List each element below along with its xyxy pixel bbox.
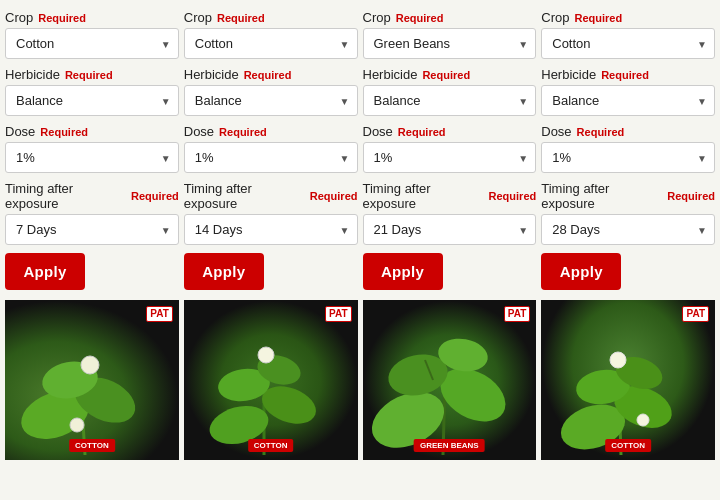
apply-button-2[interactable]: Apply bbox=[184, 253, 264, 290]
crop-select-wrapper-3: CottonGreen BeansSoybeanCorn bbox=[363, 28, 537, 59]
herbicide-text: Herbicide bbox=[5, 67, 60, 82]
herbicide-label-4: Herbicide Required bbox=[541, 67, 715, 82]
dose-select-2[interactable]: 0.5%1%2%5% bbox=[184, 142, 358, 173]
timing-select-4[interactable]: 7 Days14 Days21 Days28 Days bbox=[541, 214, 715, 245]
crop-label-2: Crop Required bbox=[184, 10, 358, 25]
timing-required-4: Required bbox=[667, 190, 715, 202]
timing-field-4: Timing after exposure Required 7 Days14 … bbox=[541, 181, 715, 245]
dose-select-wrapper-3: 0.5%1%2%5% bbox=[363, 142, 537, 173]
timing-select-3[interactable]: 7 Days14 Days21 Days28 Days bbox=[363, 214, 537, 245]
column-4: Crop Required CottonGreen BeansSoybeanCo… bbox=[541, 10, 715, 290]
dose-label-4: Dose Required bbox=[541, 124, 715, 139]
crop-required-4: Required bbox=[574, 12, 622, 24]
crop-required-2: Required bbox=[217, 12, 265, 24]
crop-text: Crop bbox=[5, 10, 33, 25]
dose-required-4: Required bbox=[577, 126, 625, 138]
plant-label-4: COTTON bbox=[605, 439, 651, 452]
crop-select-wrapper-1: CottonGreen BeansSoybeanCorn bbox=[5, 28, 179, 59]
herbicide-select-2[interactable]: BalanceRoundupAtrazine bbox=[184, 85, 358, 116]
herbicide-label-3: Herbicide Required bbox=[363, 67, 537, 82]
dose-required-1: Required bbox=[40, 126, 88, 138]
plant-label-2: COTTON bbox=[248, 439, 294, 452]
timing-label-3: Timing after exposure Required bbox=[363, 181, 537, 211]
timing-label-1: Timing after exposure Required bbox=[5, 181, 179, 211]
dose-field-4: Dose Required 0.5%1%2%5% bbox=[541, 124, 715, 173]
herbicide-text: Herbicide bbox=[184, 67, 239, 82]
pat-text-1: PAT bbox=[150, 308, 169, 320]
crop-label-4: Crop Required bbox=[541, 10, 715, 25]
plant-image-1: PAT COTTON bbox=[5, 300, 179, 460]
herbicide-select-4[interactable]: BalanceRoundupAtrazine bbox=[541, 85, 715, 116]
dose-select-4[interactable]: 0.5%1%2%5% bbox=[541, 142, 715, 173]
apply-button-4[interactable]: Apply bbox=[541, 253, 621, 290]
dose-text: Dose bbox=[363, 124, 393, 139]
plant-images: PAT COTTON PAT COTTON PAT GREEN BEANS bbox=[0, 300, 720, 470]
dose-text: Dose bbox=[541, 124, 571, 139]
timing-text: Timing after exposure bbox=[5, 181, 126, 211]
svg-point-11 bbox=[258, 347, 274, 363]
plant-label-3: GREEN BEANS bbox=[414, 439, 485, 452]
crop-field-1: Crop Required CottonGreen BeansSoybeanCo… bbox=[5, 10, 179, 59]
herbicide-field-2: Herbicide Required BalanceRoundupAtrazin… bbox=[184, 67, 358, 116]
dose-field-1: Dose Required 0.5%1%2%5% bbox=[5, 124, 179, 173]
crop-label-3: Crop Required bbox=[363, 10, 537, 25]
timing-required-2: Required bbox=[310, 190, 358, 202]
pat-badge-4: PAT bbox=[682, 306, 709, 322]
crop-select-3[interactable]: CottonGreen BeansSoybeanCorn bbox=[363, 28, 537, 59]
dose-label-2: Dose Required bbox=[184, 124, 358, 139]
herbicide-required-2: Required bbox=[244, 69, 292, 81]
timing-select-2[interactable]: 7 Days14 Days21 Days28 Days bbox=[184, 214, 358, 245]
timing-select-wrapper-3: 7 Days14 Days21 Days28 Days bbox=[363, 214, 537, 245]
crop-field-2: Crop Required CottonGreen BeansSoybeanCo… bbox=[184, 10, 358, 59]
dose-required-2: Required bbox=[219, 126, 267, 138]
dose-select-1[interactable]: 0.5%1%2%5% bbox=[5, 142, 179, 173]
crop-select-4[interactable]: CottonGreen BeansSoybeanCorn bbox=[541, 28, 715, 59]
dose-select-wrapper-4: 0.5%1%2%5% bbox=[541, 142, 715, 173]
herbicide-field-3: Herbicide Required BalanceRoundupAtrazin… bbox=[363, 67, 537, 116]
pat-badge-3: PAT bbox=[504, 306, 531, 322]
svg-point-5 bbox=[70, 418, 84, 432]
form-columns: Crop Required CottonGreen BeansSoybeanCo… bbox=[0, 0, 720, 300]
svg-point-24 bbox=[637, 414, 649, 426]
herbicide-field-1: Herbicide Required BalanceRoundupAtrazin… bbox=[5, 67, 179, 116]
timing-text: Timing after exposure bbox=[184, 181, 305, 211]
herbicide-select-wrapper-4: BalanceRoundupAtrazine bbox=[541, 85, 715, 116]
crop-select-1[interactable]: CottonGreen BeansSoybeanCorn bbox=[5, 28, 179, 59]
dose-field-3: Dose Required 0.5%1%2%5% bbox=[363, 124, 537, 173]
timing-text: Timing after exposure bbox=[363, 181, 484, 211]
timing-field-3: Timing after exposure Required 7 Days14 … bbox=[363, 181, 537, 245]
timing-select-1[interactable]: 7 Days14 Days21 Days28 Days bbox=[5, 214, 179, 245]
herbicide-label-2: Herbicide Required bbox=[184, 67, 358, 82]
timing-select-wrapper-1: 7 Days14 Days21 Days28 Days bbox=[5, 214, 179, 245]
plant-image-4: PAT COTTON bbox=[541, 300, 715, 460]
pat-text-2: PAT bbox=[329, 308, 348, 320]
timing-label-2: Timing after exposure Required bbox=[184, 181, 358, 211]
dose-label-3: Dose Required bbox=[363, 124, 537, 139]
timing-required-3: Required bbox=[489, 190, 537, 202]
crop-select-2[interactable]: CottonGreen BeansSoybeanCorn bbox=[184, 28, 358, 59]
herbicide-select-3[interactable]: BalanceRoundupAtrazine bbox=[363, 85, 537, 116]
herbicide-select-1[interactable]: BalanceRoundupAtrazine bbox=[5, 85, 179, 116]
svg-point-4 bbox=[81, 356, 99, 374]
herbicide-select-wrapper-3: BalanceRoundupAtrazine bbox=[363, 85, 537, 116]
crop-label-1: Crop Required bbox=[5, 10, 179, 25]
crop-select-wrapper-2: CottonGreen BeansSoybeanCorn bbox=[184, 28, 358, 59]
herbicide-required-4: Required bbox=[601, 69, 649, 81]
crop-select-wrapper-4: CottonGreen BeansSoybeanCorn bbox=[541, 28, 715, 59]
plant-label-1: COTTON bbox=[69, 439, 115, 452]
crop-field-3: Crop Required CottonGreen BeansSoybeanCo… bbox=[363, 10, 537, 59]
apply-button-1[interactable]: Apply bbox=[5, 253, 85, 290]
timing-field-1: Timing after exposure Required 7 Days14 … bbox=[5, 181, 179, 245]
pat-badge-1: PAT bbox=[146, 306, 173, 322]
crop-required-1: Required bbox=[38, 12, 86, 24]
dose-text: Dose bbox=[5, 124, 35, 139]
herbicide-select-wrapper-2: BalanceRoundupAtrazine bbox=[184, 85, 358, 116]
dose-select-3[interactable]: 0.5%1%2%5% bbox=[363, 142, 537, 173]
herbicide-required-3: Required bbox=[422, 69, 470, 81]
apply-button-3[interactable]: Apply bbox=[363, 253, 443, 290]
dose-select-wrapper-1: 0.5%1%2%5% bbox=[5, 142, 179, 173]
column-1: Crop Required CottonGreen BeansSoybeanCo… bbox=[5, 10, 179, 290]
dose-field-2: Dose Required 0.5%1%2%5% bbox=[184, 124, 358, 173]
crop-text: Crop bbox=[363, 10, 391, 25]
pat-text-4: PAT bbox=[686, 308, 705, 320]
